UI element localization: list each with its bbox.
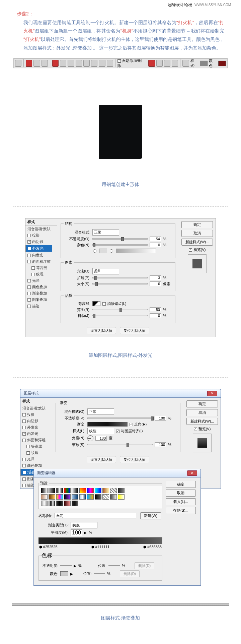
preset-swatch[interactable] <box>49 488 55 493</box>
preset-swatch[interactable] <box>64 494 71 500</box>
glow-color-swatch[interactable] <box>99 249 107 253</box>
style-satin[interactable]: 光泽 <box>25 277 57 284</box>
close-icon[interactable]: ✕ <box>187 470 197 476</box>
custom-shape-icon[interactable] <box>107 60 113 67</box>
opacity-slider[interactable] <box>92 238 148 240</box>
style-contour[interactable]: 等高线 <box>20 443 52 450</box>
intersect-icon[interactable] <box>164 60 170 67</box>
style-outer-glow[interactable]: 外发光 <box>20 424 52 431</box>
preset-swatch[interactable] <box>102 494 109 500</box>
ge-save-button[interactable]: 存储(S)... <box>166 507 196 514</box>
preset-swatch[interactable] <box>95 488 101 493</box>
technique-select[interactable]: 柔和 <box>92 268 119 274</box>
style-inner-shadow[interactable]: 内阴影 <box>20 418 52 424</box>
preview-checkbox[interactable]: 预览(V) <box>181 247 213 252</box>
new-gradient-button[interactable]: 新建(W) <box>140 512 161 519</box>
preset-swatch[interactable] <box>118 488 125 493</box>
ok-button[interactable]: 确定 <box>186 400 218 407</box>
noise-input[interactable]: 0 <box>150 243 161 247</box>
preset-swatch[interactable] <box>64 488 71 493</box>
pen-tool-icon[interactable] <box>15 60 21 67</box>
smoothness-input[interactable]: 100 <box>71 529 82 536</box>
go-blend-mode-select[interactable]: 正常 <box>87 408 114 415</box>
preset-swatch[interactable] <box>49 501 55 506</box>
styles-header[interactable]: 样式 <box>25 218 57 226</box>
blend-mode-select[interactable]: 正常 <box>92 229 119 236</box>
polygon-icon[interactable] <box>91 60 97 67</box>
preset-swatch[interactable] <box>56 488 63 493</box>
preset-swatch[interactable] <box>118 494 125 500</box>
style-inner-shadow[interactable]: 内阴影 <box>25 239 57 245</box>
style-inner-glow[interactable]: 内发光 <box>20 431 52 437</box>
ge-ok-button[interactable]: 确定 <box>166 481 196 488</box>
preset-swatch[interactable] <box>56 494 63 500</box>
preset-swatch[interactable] <box>110 488 117 493</box>
size-slider[interactable] <box>92 283 148 284</box>
new-style-button[interactable]: 新建样式(W)... <box>181 239 213 246</box>
spread-input[interactable]: 3 <box>150 275 161 280</box>
go-scale-input[interactable]: 100 <box>155 442 166 447</box>
set-default-button[interactable]: 设置为默认值 <box>87 327 116 334</box>
contour-picker[interactable] <box>92 301 100 306</box>
ge-load-button[interactable]: 载入(L)... <box>166 498 196 505</box>
preset-swatch[interactable] <box>49 494 55 500</box>
reset-default-button[interactable]: 复位为默认值 <box>120 327 149 334</box>
preset-swatch[interactable] <box>41 501 48 506</box>
go-scale-slider[interactable] <box>87 444 153 445</box>
preset-swatch[interactable] <box>102 488 109 493</box>
go-angle-input[interactable]: 180 <box>95 436 107 441</box>
rect-icon[interactable] <box>68 60 74 67</box>
preset-swatch[interactable] <box>87 488 94 493</box>
range-slider[interactable] <box>92 309 148 310</box>
gradient-name-input[interactable] <box>55 513 136 518</box>
style-contour[interactable]: 等高线 <box>25 265 57 271</box>
preset-swatch[interactable] <box>41 488 48 493</box>
cancel-button[interactable]: 取消 <box>186 409 218 416</box>
preset-swatch[interactable] <box>64 501 71 506</box>
style-texture[interactable]: 纹理 <box>25 271 57 277</box>
ge-cancel-button[interactable]: 取消 <box>166 490 196 497</box>
noise-slider[interactable] <box>92 244 148 246</box>
auto-add-delete-checkbox[interactable]: 自动添加/删除 <box>117 58 144 68</box>
new-style-button[interactable]: 新建样式(W)... <box>186 418 218 425</box>
range-input[interactable]: 50 <box>150 307 161 312</box>
window-titlebar[interactable]: 图层样式 ✕ <box>20 389 221 397</box>
preset-swatch[interactable] <box>79 488 86 493</box>
preset-swatch[interactable] <box>56 501 63 506</box>
jitter-input[interactable]: 0 <box>150 313 161 318</box>
go-opacity-input[interactable]: 100 <box>155 416 166 421</box>
exclude-icon[interactable] <box>172 60 178 67</box>
antialias-checkbox[interactable]: 消除锯齿(L) <box>102 301 126 306</box>
style-blend-default[interactable]: 混合选项:默认 <box>20 405 52 411</box>
preset-swatch[interactable] <box>95 494 101 500</box>
subtract-icon[interactable] <box>156 60 163 67</box>
style-satin[interactable]: 光泽 <box>20 456 52 462</box>
cancel-button[interactable]: 取消 <box>181 230 213 237</box>
ok-button[interactable]: 确定 <box>181 221 213 228</box>
angle-dial[interactable] <box>87 435 93 441</box>
link-icon[interactable] <box>182 60 189 67</box>
color-swatch[interactable] <box>218 61 226 66</box>
reverse-checkbox[interactable]: 反向(R) <box>130 422 147 427</box>
opacity-input[interactable]: 54 <box>150 237 161 241</box>
pen-icon[interactable] <box>52 60 59 67</box>
fill-pixels-icon[interactable] <box>42 60 48 67</box>
preset-swatch[interactable] <box>72 494 78 500</box>
style-texture[interactable]: 纹理 <box>20 450 52 456</box>
go-style-select[interactable]: 线性 <box>87 428 114 434</box>
style-color-overlay[interactable]: 颜色叠加 <box>25 284 57 290</box>
style-drop-shadow[interactable]: 投影 <box>25 232 57 239</box>
glow-gradient-swatch[interactable] <box>116 249 156 253</box>
style-bevel[interactable]: 斜面和浮雕 <box>20 437 52 443</box>
ellipse-icon[interactable] <box>83 60 90 67</box>
style-outer-glow[interactable]: 外发光 <box>25 245 52 252</box>
style-stroke[interactable]: 描边 <box>25 303 57 309</box>
combine-icon[interactable] <box>148 60 155 67</box>
preset-swatch[interactable] <box>72 488 78 493</box>
style-pattern-overlay[interactable]: 图案叠加 <box>25 297 57 303</box>
gradient-type-select[interactable]: 实底 <box>71 522 97 528</box>
style-gradient-overlay[interactable]: 渐变叠加 <box>25 290 57 297</box>
preset-swatch[interactable] <box>72 501 78 506</box>
ge-titlebar[interactable]: 渐变编辑器 ✕ <box>33 469 201 477</box>
shape-layers-icon[interactable] <box>26 60 32 67</box>
